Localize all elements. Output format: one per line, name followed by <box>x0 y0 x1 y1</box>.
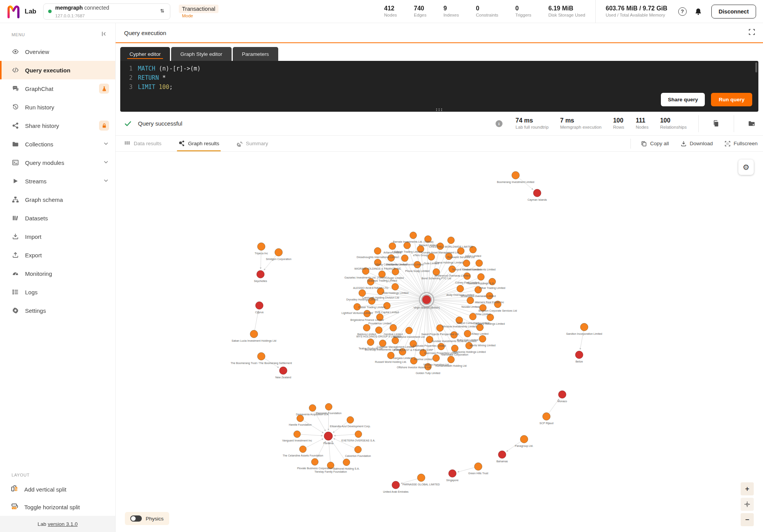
sidebar-item-share-history[interactable]: Share history <box>0 116 115 135</box>
sidebar-item-import[interactable]: Import <box>0 227 115 246</box>
info-icon[interactable]: i <box>496 120 503 127</box>
graph-node[interactable] <box>374 247 381 254</box>
bell-icon[interactable] <box>694 8 702 15</box>
sidebar-item-monitoring[interactable]: Monitoring <box>0 264 115 283</box>
graph-node[interactable] <box>392 283 398 290</box>
graph-node[interactable] <box>428 253 435 260</box>
sidebar-item-settings[interactable]: Settings <box>0 301 115 320</box>
graph-node[interactable] <box>410 232 417 239</box>
graph-node[interactable] <box>275 248 282 256</box>
graph-node[interactable] <box>279 367 287 374</box>
tab-parameters[interactable]: Parameters <box>233 47 278 61</box>
graph-settings-button[interactable]: ⚙ <box>738 159 754 175</box>
graph-node[interactable] <box>325 403 332 410</box>
graph-node[interactable] <box>533 189 541 197</box>
graph-node[interactable] <box>255 302 263 309</box>
graph-node[interactable] <box>520 435 528 443</box>
graph-node[interactable] <box>479 336 486 342</box>
transaction-mode[interactable]: Transactional Mode <box>179 5 218 18</box>
disconnect-button[interactable]: Disconnect <box>711 5 756 18</box>
graph-node[interactable] <box>257 243 265 250</box>
graph-node[interactable] <box>309 404 316 411</box>
sidebar-item-graphchat[interactable]: GraphChat <box>0 79 115 98</box>
action-download[interactable]: Download <box>681 141 713 147</box>
graph-node[interactable] <box>250 330 258 338</box>
graph-node[interactable] <box>580 323 588 331</box>
graph-node[interactable] <box>375 327 382 334</box>
graph-node[interactable] <box>464 330 471 337</box>
connection-selector[interactable]: memgraph connected 127.0.0.1:7687 <box>43 3 170 20</box>
layout-item-toggle-horizontal-split[interactable]: Toggle horizontal split <box>0 498 115 516</box>
graph-node[interactable] <box>463 260 470 267</box>
sidebar-item-datasets[interactable]: Datasets <box>0 209 115 227</box>
graph-node[interactable] <box>447 237 454 244</box>
results-tab-graph-results[interactable]: Graph results <box>178 136 219 151</box>
graph-node[interactable] <box>389 243 396 250</box>
sidebar-item-query-execution[interactable]: Query execution <box>0 61 115 79</box>
layout-item-add-vertical-split[interactable]: Add vertical split <box>0 480 115 498</box>
tab-cypher-editor[interactable]: Cypher editor <box>120 47 170 61</box>
center-graph-button[interactable] <box>741 498 754 511</box>
physics-toggle[interactable]: Physics <box>125 512 169 525</box>
version-link[interactable]: version 3.1.0 <box>48 521 77 527</box>
resize-handle[interactable]: •••••• <box>435 108 443 111</box>
graph-node[interactable] <box>347 416 354 423</box>
add-to-collection-icon[interactable] <box>746 120 758 127</box>
graph-node[interactable] <box>498 451 506 458</box>
graph-node[interactable] <box>392 481 400 489</box>
graph-node[interactable] <box>543 413 550 420</box>
graph-node[interactable] <box>467 297 474 304</box>
graph-node[interactable] <box>297 415 304 422</box>
graph-node[interactable] <box>405 327 412 334</box>
expand-panel-icon[interactable] <box>748 29 755 37</box>
action-fullscreen[interactable]: Fullscreen <box>724 141 758 147</box>
sidebar-item-export[interactable]: Export <box>0 246 115 264</box>
help-icon[interactable]: ? <box>678 7 687 16</box>
cypher-editor[interactable]: 1MATCH (n)-[r]->(m)2RETURN *3LIMIT 100; … <box>120 61 758 112</box>
collapse-sidebar-icon[interactable] <box>101 31 107 39</box>
graph-node[interactable] <box>390 324 397 331</box>
action-copy-all[interactable]: Copy all <box>641 141 669 147</box>
graph-node[interactable] <box>474 463 482 470</box>
graph-node[interactable] <box>359 290 366 297</box>
graph-node[interactable] <box>558 391 566 398</box>
graph-node[interactable] <box>433 355 440 362</box>
graph-node[interactable] <box>417 474 425 482</box>
sidebar-item-run-history[interactable]: Run history <box>0 98 115 116</box>
share-query-button[interactable]: Share query <box>661 93 705 106</box>
graph-node[interactable] <box>257 352 265 360</box>
graph-node[interactable] <box>457 285 464 292</box>
graph-node[interactable] <box>299 446 306 453</box>
graph-node[interactable] <box>476 260 482 267</box>
results-tab-data-results[interactable]: Data results <box>124 136 161 151</box>
sidebar-item-collections[interactable]: Collections <box>0 135 115 153</box>
graph-node[interactable] <box>311 458 318 465</box>
editor-scrollbar[interactable] <box>755 62 757 72</box>
graph-node[interactable] <box>512 171 519 179</box>
graph-visualization[interactable]: Bond Scheming PTC LtdSweet Projects Pers… <box>116 152 763 532</box>
sidebar-item-graph-schema[interactable]: Graph schema <box>0 190 115 209</box>
sidebar-item-overview[interactable]: Overview <box>0 42 115 61</box>
copy-results-icon[interactable] <box>710 120 722 127</box>
graph-node[interactable] <box>477 274 484 280</box>
zoom-out-button[interactable]: − <box>741 513 754 526</box>
graph-node[interactable] <box>355 446 361 453</box>
graph-canvas[interactable]: Bond Scheming PTC LtdSweet Projects Pers… <box>116 152 763 532</box>
run-query-button[interactable]: Run query <box>711 93 752 106</box>
graph-node[interactable] <box>575 351 583 359</box>
sidebar-item-logs[interactable]: Logs <box>0 283 115 301</box>
graph-node[interactable] <box>355 431 362 438</box>
graph-node[interactable] <box>343 459 350 466</box>
zoom-in-button[interactable]: + <box>741 482 754 495</box>
graph-node[interactable] <box>363 324 370 331</box>
graph-node[interactable] <box>422 295 432 305</box>
sidebar-item-query-modules[interactable]: Query modules <box>0 153 115 172</box>
graph-node[interactable] <box>447 356 454 363</box>
graph-node[interactable] <box>257 270 264 278</box>
sidebar-item-streams[interactable]: Streams <box>0 172 115 190</box>
results-tab-summary[interactable]: Summary <box>236 136 268 151</box>
tab-graph-style-editor[interactable]: Graph Style editor <box>171 47 232 61</box>
graph-node[interactable] <box>367 339 374 346</box>
graph-node[interactable] <box>324 432 333 440</box>
graph-node[interactable] <box>294 431 301 438</box>
